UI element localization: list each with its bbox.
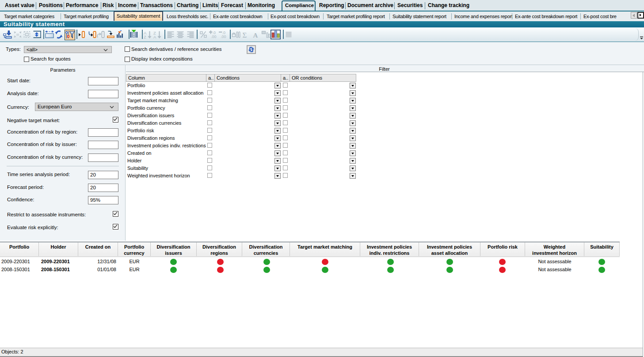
svg-text:Z: Z — [144, 35, 146, 39]
svg-text:.0: .0 — [213, 31, 216, 35]
svg-text:A: A — [253, 32, 258, 39]
svg-text:.0: .0 — [222, 31, 226, 35]
svg-text:.00: .00 — [221, 35, 226, 39]
svg-text:.00: .00 — [211, 35, 217, 39]
svg-text:A: A — [153, 35, 156, 39]
svg-text:Σ: Σ — [243, 31, 247, 39]
